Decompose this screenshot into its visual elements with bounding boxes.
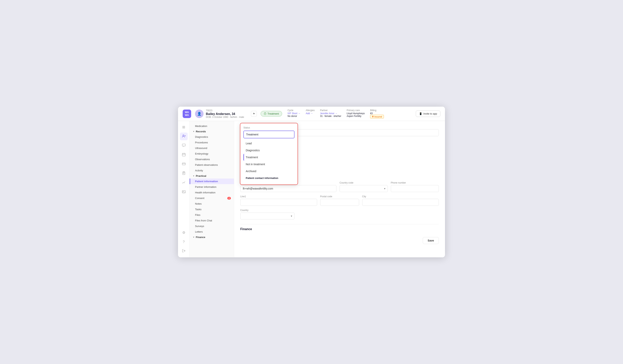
main-layout: ⊞ [178,121,445,257]
patient-details: 70023 Bailey Andersen, 34 DOB: 3 October… [206,109,244,119]
lead-label: Lead [246,142,252,145]
status-option-treatment[interactable]: Treatment [244,154,294,161]
patient-contact-label: Patient contact information [246,177,278,180]
status-dropdown: Status Lead Diagnostics Treatment Not in… [240,123,298,185]
patients-icon [182,134,186,139]
nav-item-consent[interactable]: Consent 2 [190,195,234,201]
city-label: City [362,195,439,198]
status-option-lead[interactable]: Lead [244,140,294,147]
nav-calendar-button[interactable] [180,151,188,159]
calendar-icon [182,153,186,158]
country-code-group: Country code [339,182,388,192]
finance-section-header[interactable]: ▼ Finance [190,235,234,240]
nav-item-patient-observations[interactable]: Patient observations [190,162,234,168]
nav-item-diagnostics[interactable]: Diagnostics [190,134,234,140]
status-input[interactable] [244,131,294,138]
nav-item-notes[interactable]: Notes [190,201,234,206]
nav-item-partner-information[interactable]: Partner information [190,184,234,190]
content-area: Status Lead Diagnostics Treatment Not in… [234,121,445,257]
app-window: WA WA 👤 70023 Bailey Andersen, 34 DOB: 3… [178,107,445,257]
nav-item-letters[interactable]: Letters [190,229,234,235]
invite-to-app-button[interactable]: 📱 Invite to app [416,111,440,117]
cycle-link[interactable]: IVF Short → [288,112,300,115]
nav-item-activity[interactable]: Activity [190,168,234,173]
svg-rect-3 [182,163,185,165]
nav-tasks-button[interactable] [180,170,188,177]
chevron-down-icon-3: ▼ [193,236,195,238]
primary-care-name: Lloyd Humphreys [347,112,365,115]
nav-item-surveys[interactable]: Surveys [190,223,234,229]
flag-button[interactable]: ⚑ [251,111,257,117]
nav-sidebar: Medication ▼ Records Diagnostics Procedu… [190,121,234,257]
cycle-label: Cycle [288,109,300,112]
finance-section: Finance [240,224,439,231]
partner-meta: Partner Jennifer Amor → 31 · female · sh… [320,109,341,118]
email-input[interactable] [240,185,336,192]
phone-group: Phone number [391,182,439,192]
city-input[interactable] [362,199,439,206]
primary-care-clinic: Aspen Fertility [347,115,365,118]
line1-group: Line1 [240,195,317,206]
svg-point-0 [183,135,184,136]
nav-item-patient-information[interactable]: Patient information [190,179,234,184]
dashboard-icon: ⊞ [182,125,185,129]
nav-item-files[interactable]: Files [190,212,234,218]
nav-chat-button[interactable] [180,142,188,150]
treatment-label: Treatment [267,112,279,115]
svg-rect-5 [182,190,185,193]
country-code-label: Country code [339,182,388,184]
nav-analytics-button[interactable] [180,179,188,187]
nav-item-embryology[interactable]: Embryology [190,151,234,157]
save-button[interactable]: Save [423,237,439,244]
country-select[interactable] [240,213,294,220]
chart-icon [182,181,186,185]
allergies-label: Allergies [306,109,315,112]
nav-patients-button[interactable] [180,133,188,140]
allergies-link[interactable]: Add → [306,112,313,115]
postal-code-input[interactable] [320,199,359,206]
records-section-header[interactable]: ▼ Records [190,129,234,134]
card-icon [182,162,186,167]
nav-item-ultrasound[interactable]: Ultrasound [190,145,234,151]
treatment-status-button[interactable]: Treatment [261,111,282,117]
postal-code-label: Postal code [320,195,359,198]
phone-icon: 📱 [419,112,422,115]
invite-label: Invite to app [423,112,437,115]
nav-billing-button[interactable] [180,160,188,168]
country-group: Country [240,209,294,220]
svg-rect-2 [182,153,185,156]
line1-input[interactable] [240,199,317,206]
nav-item-observations[interactable]: Observations [190,157,234,162]
finance-section-label: Finance [196,236,205,239]
chevron-down-icon-2: ▼ [193,175,195,177]
patient-contact-section-header: Patient contact information [244,175,294,182]
nav-dashboard-button[interactable]: ⊞ [180,123,188,131]
help-icon: ? [183,240,185,244]
consent-badge: 2 [227,197,231,200]
nav-help-button[interactable]: ? [180,238,188,246]
status-option-diagnostics[interactable]: Diagnostics [244,147,294,154]
cycle-meta: Cycle IVF Short → No donor [288,109,300,118]
nav-item-files-from-chat[interactable]: Files from Chat [190,218,234,223]
primary-care-label: Primary care [347,109,365,112]
phone-input[interactable] [391,185,439,192]
nav-item-tasks[interactable]: Tasks [190,206,234,212]
billing-amount: €0 [370,112,384,115]
nav-media-button[interactable] [180,188,188,196]
nav-logout-button[interactable] [180,247,188,255]
nav-item-medication[interactable]: Medication [190,123,234,129]
nav-item-procedures[interactable]: Procedures [190,140,234,145]
nav-settings-button[interactable]: ⚙ [180,229,188,237]
partner-link[interactable]: Jennifer Amor → [320,112,337,115]
settings-icon: ⚙ [182,230,185,235]
logout-icon [182,249,186,254]
country-code-wrapper [339,185,388,192]
status-option-not-in-treatment[interactable]: Not in treatment [244,161,294,168]
country-code-select[interactable] [339,185,388,192]
chevron-down-icon: ▼ [193,130,195,133]
status-option-archived[interactable]: Archived [244,168,294,175]
nav-item-health-information[interactable]: Health information [190,190,234,195]
not-in-treatment-label: Not in treatment [246,163,265,166]
practical-section-header[interactable]: ▼ Practical [190,173,234,179]
status-options-list: Lead Diagnostics Treatment Not in treatm… [244,140,294,182]
